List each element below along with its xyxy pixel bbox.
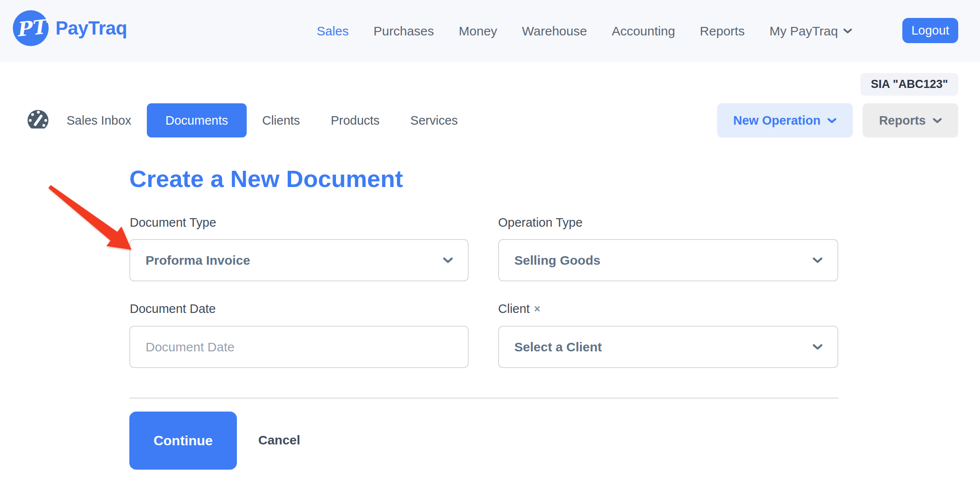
reports-dropdown-label: Reports bbox=[879, 114, 926, 128]
operation-type-select[interactable]: Selling Goods bbox=[498, 239, 838, 281]
company-badge: SIA "ABC123" bbox=[860, 73, 958, 96]
chevron-down-icon bbox=[443, 257, 453, 263]
dashboard-tab[interactable] bbox=[26, 108, 50, 132]
client-select-value: Select a Client bbox=[514, 340, 812, 354]
operation-type-value: Selling Goods bbox=[514, 253, 812, 268]
chevron-down-icon bbox=[843, 28, 852, 34]
client-label: Client × bbox=[498, 302, 540, 316]
brand-logo[interactable]: PT PayTraq bbox=[13, 10, 127, 46]
brand-monogram: PT bbox=[15, 17, 46, 40]
page-title: Create a New Document bbox=[129, 165, 403, 193]
document-date-field[interactable] bbox=[129, 326, 469, 368]
create-document-form: Create a New Document Document Type Oper… bbox=[129, 0, 839, 485]
document-type-label: Document Type bbox=[130, 216, 216, 230]
document-date-label: Document Date bbox=[130, 302, 216, 316]
form-divider bbox=[129, 397, 839, 399]
chevron-down-icon bbox=[812, 344, 823, 350]
document-type-value: Proforma Invoice bbox=[146, 253, 443, 268]
document-date-input[interactable] bbox=[146, 327, 453, 367]
brand-name: PayTraq bbox=[55, 18, 127, 39]
reports-dropdown-button[interactable]: Reports bbox=[863, 103, 958, 137]
document-type-select[interactable]: Proforma Invoice bbox=[129, 239, 469, 281]
cancel-button[interactable]: Cancel bbox=[258, 433, 300, 447]
operation-type-label: Operation Type bbox=[498, 216, 583, 230]
client-clear-icon[interactable]: × bbox=[534, 304, 540, 314]
brand-logo-icon: PT bbox=[13, 10, 49, 46]
gauge-icon bbox=[26, 108, 50, 132]
client-select[interactable]: Select a Client bbox=[498, 326, 838, 368]
continue-button[interactable]: Continue bbox=[129, 412, 237, 470]
logout-button[interactable]: Logout bbox=[902, 18, 958, 43]
chevron-down-icon bbox=[812, 257, 823, 263]
chevron-down-icon bbox=[933, 118, 942, 123]
